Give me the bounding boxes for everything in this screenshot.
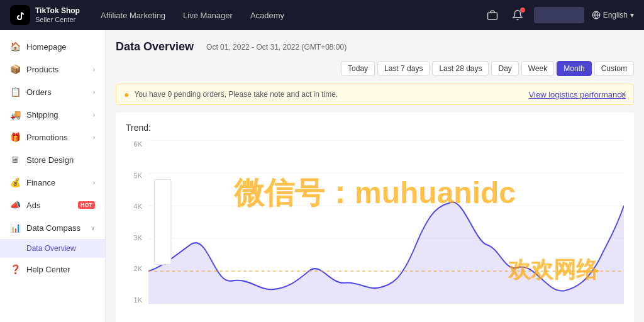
notification-bell-button[interactable] bbox=[509, 6, 526, 24]
time-filter-group: Today Last 7 days Last 28 days Day Week … bbox=[341, 61, 634, 76]
language-label: English bbox=[603, 11, 628, 19]
home-icon: 🏠 bbox=[10, 42, 20, 52]
trend-chart-svg bbox=[148, 140, 624, 304]
sidebar-item-homepage[interactable]: 🏠 Homepage bbox=[0, 35, 105, 58]
notification-badge bbox=[520, 8, 525, 13]
sidebar-label-shipping: Shipping bbox=[26, 110, 87, 119]
top-navigation: TikTok Shop Seller Center Affiliate Mark… bbox=[0, 0, 644, 30]
filter-today[interactable]: Today bbox=[341, 61, 375, 76]
alert-link[interactable]: View logistics performance bbox=[529, 90, 626, 99]
sidebar-item-data-compass[interactable]: 📊 Data Compass ∨ bbox=[0, 216, 105, 239]
sidebar-item-store-design[interactable]: 🖥 Store Design bbox=[0, 148, 105, 171]
lang-chevron-icon: ▾ bbox=[630, 11, 634, 19]
sidebar-label-help-center: Help Center bbox=[26, 265, 95, 274]
shop-icon-button[interactable] bbox=[484, 6, 501, 24]
nav-affiliate-marketing[interactable]: Affiliate Marketing bbox=[101, 8, 165, 23]
filter-day[interactable]: Day bbox=[491, 61, 518, 76]
store-design-icon: 🖥 bbox=[10, 155, 20, 165]
y-axis-1k: 1K bbox=[134, 296, 142, 304]
products-icon: 📦 bbox=[10, 64, 20, 74]
tiktok-logo-icon bbox=[10, 5, 30, 25]
chart-title: Trend: bbox=[126, 123, 624, 133]
avatar-button[interactable] bbox=[534, 7, 584, 23]
sidebar-item-ads[interactable]: 📣 Ads HOT bbox=[0, 194, 105, 216]
page-title: Data Overview bbox=[116, 40, 194, 53]
filter-week[interactable]: Week bbox=[521, 61, 554, 76]
orders-icon: 📋 bbox=[10, 87, 20, 97]
logo-subtitle: Seller Center bbox=[35, 16, 80, 24]
chart-area: 6K 5K 4K 3K 2K 1K bbox=[126, 140, 624, 316]
svg-rect-11 bbox=[154, 179, 170, 264]
nav-live-manager[interactable]: Live Manager bbox=[183, 8, 233, 23]
sidebar-label-homepage: Homepage bbox=[26, 42, 95, 52]
alert-text: You have 0 pending orders, Please take n… bbox=[134, 90, 523, 99]
y-axis-3k: 3K bbox=[134, 234, 142, 242]
y-axis-2k: 2K bbox=[134, 265, 142, 272]
y-axis-5k: 5K bbox=[134, 172, 142, 179]
sidebar-label-ads: Ads bbox=[26, 201, 72, 210]
promotions-icon: 🎁 bbox=[10, 132, 20, 142]
filter-last28days[interactable]: Last 28 days bbox=[432, 61, 489, 76]
nav-right-actions: English ▾ bbox=[484, 6, 634, 24]
filter-last7days[interactable]: Last 7 days bbox=[377, 61, 430, 76]
overview-header: Data Overview Oct 01, 2022 - Oct 31, 202… bbox=[116, 40, 634, 76]
sidebar-label-finance: Finance bbox=[26, 178, 87, 187]
sidebar: 🏠 Homepage 📦 Products › 📋 Orders › 🚚 Shi… bbox=[0, 30, 106, 322]
main-layout: 🏠 Homepage 📦 Products › 📋 Orders › 🚚 Shi… bbox=[0, 30, 644, 322]
sidebar-label-data-compass: Data Compass bbox=[26, 223, 84, 233]
promotions-chevron-icon: › bbox=[93, 134, 95, 141]
nav-links: Affiliate Marketing Live Manager Academy bbox=[101, 8, 469, 23]
ads-icon: 📣 bbox=[10, 200, 20, 210]
sidebar-label-promotions: Promotions bbox=[26, 133, 87, 142]
logo-title: TikTok Shop bbox=[35, 6, 80, 15]
logo[interactable]: TikTok Shop Seller Center bbox=[10, 5, 86, 25]
data-compass-chevron-icon: ∨ bbox=[91, 225, 95, 231]
sidebar-subitem-data-overview[interactable]: Data Overview bbox=[0, 239, 105, 258]
alert-close-button[interactable]: ✕ bbox=[619, 89, 627, 99]
products-chevron-icon: › bbox=[93, 66, 95, 73]
finance-icon: 💰 bbox=[10, 177, 20, 187]
sidebar-item-products[interactable]: 📦 Products › bbox=[0, 58, 105, 80]
y-axis-4k: 4K bbox=[134, 203, 142, 210]
finance-chevron-icon: › bbox=[93, 179, 95, 186]
chart-container: Trend: 6K 5K 4K 3K 2K 1K bbox=[116, 113, 634, 322]
svg-rect-1 bbox=[487, 13, 497, 19]
help-icon: ❓ bbox=[10, 264, 20, 274]
shipping-icon: 🚚 bbox=[10, 109, 20, 119]
nav-academy[interactable]: Academy bbox=[250, 8, 284, 23]
main-content: Data Overview Oct 01, 2022 - Oct 31, 202… bbox=[106, 30, 644, 322]
sidebar-label-products: Products bbox=[26, 65, 87, 74]
sidebar-item-shipping[interactable]: 🚚 Shipping › bbox=[0, 103, 105, 126]
data-compass-icon: 📊 bbox=[10, 223, 20, 233]
alert-banner: ● You have 0 pending orders, Please take… bbox=[116, 84, 634, 105]
sidebar-label-store-design: Store Design bbox=[26, 155, 95, 165]
date-range: Oct 01, 2022 - Oct 31, 2022 (GMT+08:00) bbox=[206, 43, 347, 52]
sidebar-item-promotions[interactable]: 🎁 Promotions › bbox=[0, 126, 105, 148]
filter-custom[interactable]: Custom bbox=[594, 61, 634, 76]
ads-hot-badge: HOT bbox=[78, 201, 95, 209]
sidebar-item-finance[interactable]: 💰 Finance › bbox=[0, 171, 105, 194]
y-axis-6k: 6K bbox=[134, 140, 142, 148]
filter-month[interactable]: Month bbox=[557, 61, 591, 76]
alert-icon: ● bbox=[124, 89, 129, 99]
language-selector[interactable]: English ▾ bbox=[592, 11, 634, 19]
orders-chevron-icon: › bbox=[93, 89, 95, 96]
sidebar-item-help-center[interactable]: ❓ Help Center bbox=[0, 258, 105, 280]
sidebar-label-orders: Orders bbox=[26, 87, 87, 97]
shipping-chevron-icon: › bbox=[93, 111, 95, 118]
sidebar-item-orders[interactable]: 📋 Orders › bbox=[0, 80, 105, 103]
